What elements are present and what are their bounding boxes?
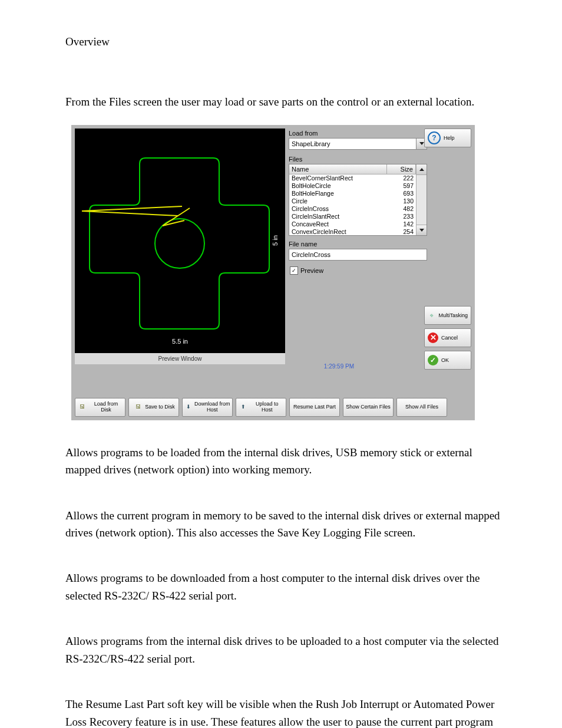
svg-line-3 — [163, 208, 190, 226]
svg-line-2 — [82, 206, 182, 211]
paragraph-upload: Allows programs from the internal disk d… — [65, 633, 504, 667]
preview-checkbox[interactable]: Preview — [290, 266, 427, 275]
files-label: Files — [289, 156, 427, 163]
file-name: ConcaveRect — [292, 220, 390, 228]
file-row[interactable]: BoltHoleFlange693 — [289, 190, 416, 197]
resume-last-part-button[interactable]: Resume Last Part — [289, 398, 340, 417]
help-icon: ? — [428, 131, 441, 144]
help-label: Help — [444, 135, 455, 141]
show-certain-files-button[interactable]: Show Certain Files — [343, 398, 394, 417]
file-row[interactable]: ConcaveRect142 — [289, 220, 416, 228]
load-from-label: Load from — [289, 130, 427, 137]
file-name: Circle — [292, 197, 390, 205]
checkbox-icon[interactable] — [290, 266, 298, 275]
file-size: 130 — [390, 197, 414, 205]
file-name-input[interactable]: CircleInCross — [289, 249, 427, 261]
file-name-value: CircleInCross — [292, 251, 330, 258]
cancel-icon: ✕ — [428, 332, 438, 343]
cancel-button[interactable]: ✕ Cancel — [424, 328, 471, 347]
file-size: 142 — [390, 220, 414, 228]
file-size: 597 — [390, 182, 414, 190]
file-row[interactable]: Circle130 — [289, 197, 416, 205]
file-size: 222 — [390, 174, 414, 182]
file-name: ConvexCircleInRect — [292, 228, 390, 235]
column-header-name[interactable]: Name — [289, 164, 387, 174]
load-from-dropdown[interactable]: ShapeLibrary — [289, 138, 427, 150]
file-size: 693 — [390, 190, 414, 197]
right-button-rail: ? Help ⎆ MultiTasking ✕ Cancel ✓ OK — [424, 129, 471, 373]
file-name: BoltHoleFlange — [292, 190, 390, 197]
resume-last-part-label: Resume Last Part — [293, 404, 336, 410]
load-from-disk-label: Load from Disk — [89, 401, 123, 413]
dimension-vertical: 5 in — [272, 235, 279, 246]
paragraph-download: Allows programs to be downloaded from a … — [65, 569, 504, 604]
load-from-value: ShapeLibrary — [292, 140, 330, 147]
upload-icon: ⬆ — [238, 402, 248, 413]
file-name: BevelCornerSlantRect — [292, 174, 390, 182]
download-from-host-label: Download from Host — [194, 401, 230, 413]
file-row[interactable]: CircleInCross482 — [289, 205, 416, 213]
cancel-label: Cancel — [441, 335, 458, 341]
files-listbox[interactable]: Name Size BevelCornerSlantRect222BoltHol… — [289, 164, 427, 236]
svg-point-0 — [155, 219, 204, 268]
file-name-label: File name — [289, 241, 427, 248]
multitasking-button[interactable]: ⎆ MultiTasking — [424, 306, 471, 325]
paragraph-save: Allows the current program in memory to … — [65, 507, 504, 542]
ok-label: OK — [441, 357, 449, 363]
ok-icon: ✓ — [428, 355, 438, 365]
show-certain-files-label: Show Certain Files — [346, 404, 391, 410]
load-from-disk-button[interactable]: 🖫 Load from Disk — [75, 398, 125, 417]
file-row[interactable]: ConvexCircleInRect254 — [289, 228, 416, 235]
svg-line-1 — [82, 211, 178, 216]
intro-paragraph: From the Files screen the user may load … — [65, 94, 504, 110]
file-name: CircleInCross — [292, 205, 390, 213]
part-preview-canvas: 5.5 in 5 in — [75, 129, 285, 353]
upload-to-host-button[interactable]: ⬆ Upload to Host — [236, 398, 286, 417]
disk-icon: 🖫 — [77, 402, 87, 413]
file-size: 233 — [390, 213, 414, 220]
save-to-disk-label: Save to Disk — [145, 404, 175, 410]
download-from-host-button[interactable]: ⬇ Download from Host — [182, 398, 233, 417]
multitasking-icon: ⎆ — [428, 310, 435, 321]
paragraph-resume: The Resume Last Part soft key will be vi… — [65, 696, 504, 728]
column-header-size[interactable]: Size — [387, 164, 416, 174]
file-row[interactable]: BoltHoleCircle597 — [289, 182, 416, 190]
file-controls-pane: Load from ShapeLibrary Files Name Size B… — [289, 129, 427, 367]
help-button[interactable]: ? Help — [424, 129, 471, 147]
file-name: CircleInSlantRect — [292, 213, 390, 220]
part-shape-drawing — [75, 129, 285, 347]
download-icon: ⬇ — [184, 402, 193, 413]
disk-icon: 🖫 — [133, 402, 143, 413]
file-row[interactable]: CircleInSlantRect233 — [289, 213, 416, 220]
show-all-files-button[interactable]: Show All Files — [396, 398, 447, 417]
dimension-horizontal: 5.5 in — [75, 338, 285, 345]
file-size: 482 — [390, 205, 414, 213]
page-title: Overview — [65, 35, 504, 48]
paragraph-load: Allows programs to be loaded from the in… — [65, 444, 504, 479]
file-row[interactable]: BevelCornerSlantRect222 — [289, 174, 416, 182]
preview-checkbox-label: Preview — [300, 267, 323, 274]
file-name: BoltHoleCircle — [292, 182, 390, 190]
file-size: 254 — [390, 228, 414, 235]
multitasking-label: MultiTasking — [438, 312, 468, 318]
show-all-files-label: Show All Files — [405, 404, 438, 410]
upload-to-host-label: Upload to Host — [250, 401, 284, 413]
clock-timestamp: 1:29:59 PM — [75, 363, 354, 370]
bottom-button-bar: 🖫 Load from Disk 🖫 Save to Disk ⬇ Downlo… — [75, 398, 471, 416]
files-screen-screenshot: 5.5 in 5 in Preview Window Load from Sha… — [71, 125, 475, 420]
save-to-disk-button[interactable]: 🖫 Save to Disk — [128, 398, 179, 417]
ok-button[interactable]: ✓ OK — [424, 351, 471, 370]
preview-pane: 5.5 in 5 in Preview Window — [75, 129, 285, 364]
